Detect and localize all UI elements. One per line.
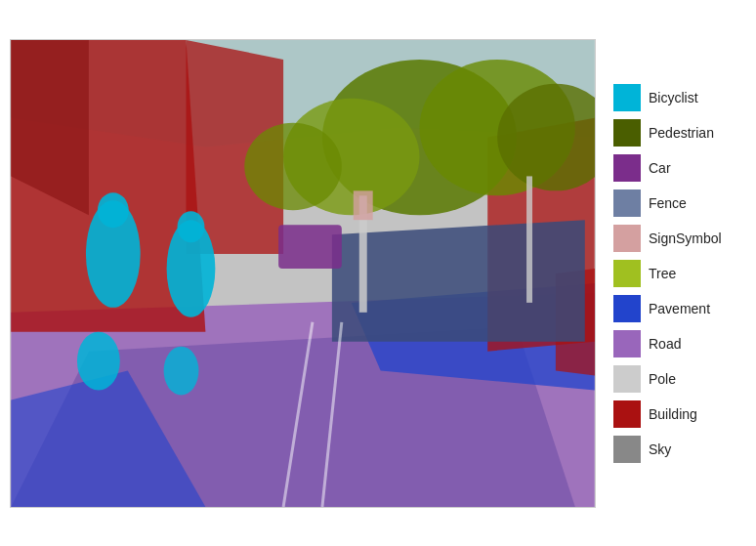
legend-color-swatch bbox=[613, 365, 641, 393]
legend-label-text: Pole bbox=[649, 371, 676, 387]
legend-item: Road bbox=[613, 328, 746, 359]
main-container: BicyclistPedestrianCarFenceSignSymbolTre… bbox=[0, 0, 756, 546]
legend-label-text: Building bbox=[649, 406, 697, 422]
legend-item: SignSymbol bbox=[613, 223, 746, 254]
legend-label-text: Road bbox=[649, 336, 681, 352]
legend-color-swatch bbox=[613, 295, 641, 322]
legend-label-text: Fence bbox=[649, 195, 687, 211]
legend-item: Fence bbox=[613, 188, 746, 219]
legend-label-text: Pedestrian bbox=[649, 125, 714, 141]
legend-color-swatch bbox=[613, 225, 641, 252]
legend-item: Sky bbox=[613, 434, 746, 465]
legend-label-text: SignSymbol bbox=[649, 231, 722, 246]
legend-color-swatch bbox=[613, 400, 641, 428]
legend-item: Car bbox=[613, 152, 746, 184]
legend-label-text: Tree bbox=[649, 266, 676, 281]
legend-item: Building bbox=[613, 399, 746, 430]
legend: BicyclistPedestrianCarFenceSignSymbolTre… bbox=[596, 82, 746, 465]
svg-rect-29 bbox=[11, 40, 595, 507]
legend-color-swatch bbox=[613, 330, 641, 357]
legend-color-swatch bbox=[613, 154, 641, 182]
legend-color-swatch bbox=[613, 119, 641, 147]
legend-item: Pedestrian bbox=[613, 117, 746, 148]
legend-item: Tree bbox=[613, 258, 746, 289]
legend-color-swatch bbox=[613, 189, 641, 217]
legend-item: Bicyclist bbox=[613, 82, 746, 113]
legend-label-text: Sky bbox=[649, 441, 671, 457]
legend-color-swatch bbox=[613, 436, 641, 463]
legend-item: Pole bbox=[613, 363, 746, 395]
segmentation-image bbox=[10, 39, 596, 508]
legend-label-text: Bicyclist bbox=[649, 90, 698, 105]
legend-label-text: Pavement bbox=[649, 301, 710, 316]
legend-label-text: Car bbox=[649, 160, 671, 176]
legend-color-swatch bbox=[613, 260, 641, 287]
legend-item: Pavement bbox=[613, 293, 746, 324]
legend-color-swatch bbox=[613, 84, 641, 111]
